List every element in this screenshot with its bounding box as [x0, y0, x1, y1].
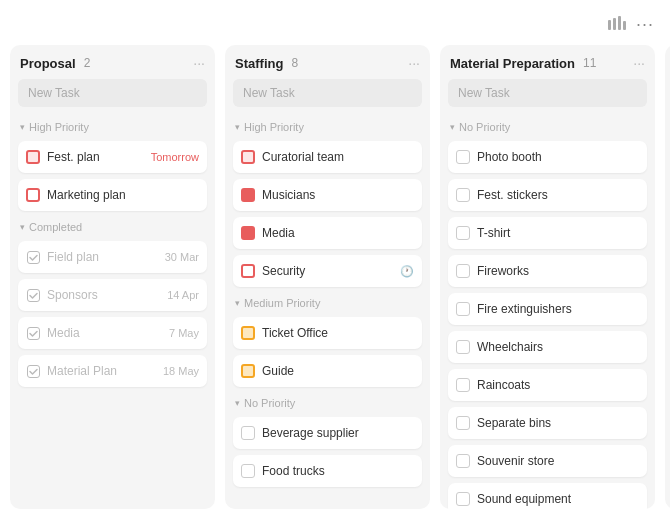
task-left-fest-stickers: Fest. stickers — [456, 188, 548, 202]
task-left-curatorial-team: Curatorial team — [241, 150, 344, 164]
task-name-curatorial-team: Curatorial team — [262, 150, 344, 164]
partial-column — [665, 45, 670, 509]
task-name-fireworks: Fireworks — [477, 264, 529, 278]
section-title: Medium Priority — [244, 297, 320, 309]
chevron-icon: ▾ — [235, 398, 240, 408]
task-left-beverage-supplier: Beverage supplier — [241, 426, 359, 440]
svg-rect-1 — [613, 18, 616, 30]
task-left-security: Security — [241, 264, 305, 278]
task-date-media: 7 May — [169, 327, 199, 339]
task-card-field-plan[interactable]: Field plan30 Mar — [18, 241, 207, 273]
chart-icon[interactable] — [608, 16, 626, 34]
task-card-media[interactable]: Media7 May — [18, 317, 207, 349]
column-title-staffing: Staffing — [235, 56, 283, 71]
svg-rect-2 — [618, 16, 621, 30]
task-left-photo-booth: Photo booth — [456, 150, 542, 164]
task-card-musicians[interactable]: Musicians — [233, 179, 422, 211]
task-card-food-trucks[interactable]: Food trucks — [233, 455, 422, 487]
task-left-t-shirt: T-shirt — [456, 226, 510, 240]
no-priority-icon — [456, 492, 470, 506]
task-left-ticket-office: Ticket Office — [241, 326, 328, 340]
task-card-sponsors[interactable]: Sponsors14 Apr — [18, 279, 207, 311]
task-card-t-shirt[interactable]: T-shirt — [448, 217, 647, 249]
completed-icon — [26, 364, 40, 378]
column-menu-material-preparation[interactable]: ··· — [633, 55, 645, 71]
task-left-media-staff: Media — [241, 226, 295, 240]
section-label-no-priority: ▾No Priority — [448, 121, 647, 133]
no-priority-icon — [456, 454, 470, 468]
high-priority-filled2-icon — [241, 226, 255, 240]
task-left-fire-extinguishers: Fire extinguishers — [456, 302, 572, 316]
column-count-proposal: 2 — [84, 56, 91, 70]
task-name-media: Media — [47, 326, 80, 340]
section-title: High Priority — [244, 121, 304, 133]
board: Proposal2···New Task▾High PriorityFest. … — [0, 45, 670, 519]
task-card-fire-extinguishers[interactable]: Fire extinguishers — [448, 293, 647, 325]
task-left-fest-plan: Fest. plan — [26, 150, 100, 164]
task-name-security: Security — [262, 264, 305, 278]
task-card-beverage-supplier[interactable]: Beverage supplier — [233, 417, 422, 449]
new-task-button-material-preparation[interactable]: New Task — [448, 79, 647, 107]
task-card-raincoats[interactable]: Raincoats — [448, 369, 647, 401]
column-header-staffing: Staffing8··· — [233, 55, 422, 71]
task-name-sponsors: Sponsors — [47, 288, 98, 302]
task-right-sponsors: 14 Apr — [167, 289, 199, 301]
section-label-medium-priority: ▾Medium Priority — [233, 297, 422, 309]
task-card-fest-stickers[interactable]: Fest. stickers — [448, 179, 647, 211]
clock-icon: 🕐 — [400, 265, 414, 278]
task-left-separate-bins: Separate bins — [456, 416, 551, 430]
task-left-souvenir-store: Souvenir store — [456, 454, 554, 468]
column-header-material-preparation: Material Preparation11··· — [448, 55, 647, 71]
task-card-souvenir-store[interactable]: Souvenir store — [448, 445, 647, 477]
task-name-fire-extinguishers: Fire extinguishers — [477, 302, 572, 316]
medium-priority-icon — [241, 364, 255, 378]
task-card-media-staff[interactable]: Media — [233, 217, 422, 249]
task-card-photo-booth[interactable]: Photo booth — [448, 141, 647, 173]
task-right-security: 🕐 — [400, 265, 414, 278]
column-proposal: Proposal2···New Task▾High PriorityFest. … — [10, 45, 215, 509]
no-priority-icon — [456, 150, 470, 164]
task-date-fest-plan: Tomorrow — [151, 151, 199, 163]
task-card-wheelchairs[interactable]: Wheelchairs — [448, 331, 647, 363]
task-date-material-plan: 18 May — [163, 365, 199, 377]
chevron-icon: ▾ — [450, 122, 455, 132]
task-card-material-plan[interactable]: Material Plan18 May — [18, 355, 207, 387]
completed-icon — [26, 250, 40, 264]
task-left-marketing-plan: Marketing plan — [26, 188, 126, 202]
no-priority-icon — [456, 378, 470, 392]
column-header-proposal: Proposal2··· — [18, 55, 207, 71]
no-priority-icon — [456, 416, 470, 430]
task-card-fireworks[interactable]: Fireworks — [448, 255, 647, 287]
task-left-fireworks: Fireworks — [456, 264, 529, 278]
no-priority-icon — [456, 340, 470, 354]
task-card-security[interactable]: Security🕐 — [233, 255, 422, 287]
task-name-t-shirt: T-shirt — [477, 226, 510, 240]
chevron-icon: ▾ — [20, 222, 25, 232]
task-card-marketing-plan[interactable]: Marketing plan — [18, 179, 207, 211]
more-options-icon[interactable]: ··· — [636, 14, 654, 35]
svg-rect-3 — [623, 21, 626, 30]
new-task-button-proposal[interactable]: New Task — [18, 79, 207, 107]
task-left-wheelchairs: Wheelchairs — [456, 340, 543, 354]
task-card-curatorial-team[interactable]: Curatorial team — [233, 141, 422, 173]
high-priority-icon — [241, 150, 255, 164]
task-card-guide[interactable]: Guide — [233, 355, 422, 387]
task-card-separate-bins[interactable]: Separate bins — [448, 407, 647, 439]
task-card-ticket-office[interactable]: Ticket Office — [233, 317, 422, 349]
no-priority-icon — [456, 226, 470, 240]
column-menu-staffing[interactable]: ··· — [408, 55, 420, 71]
task-card-sound-equipment[interactable]: Sound equipment — [448, 483, 647, 509]
column-menu-proposal[interactable]: ··· — [193, 55, 205, 71]
task-name-fest-plan: Fest. plan — [47, 150, 100, 164]
task-left-raincoats: Raincoats — [456, 378, 530, 392]
task-name-souvenir-store: Souvenir store — [477, 454, 554, 468]
header: ··· — [0, 0, 670, 45]
medium-priority-icon — [241, 326, 255, 340]
header-actions: ··· — [608, 14, 654, 35]
task-left-sound-equipment: Sound equipment — [456, 492, 571, 506]
task-card-fest-plan[interactable]: Fest. planTomorrow — [18, 141, 207, 173]
task-left-guide: Guide — [241, 364, 294, 378]
task-right-material-plan: 18 May — [163, 365, 199, 377]
new-task-button-staffing[interactable]: New Task — [233, 79, 422, 107]
section-title: No Priority — [244, 397, 295, 409]
